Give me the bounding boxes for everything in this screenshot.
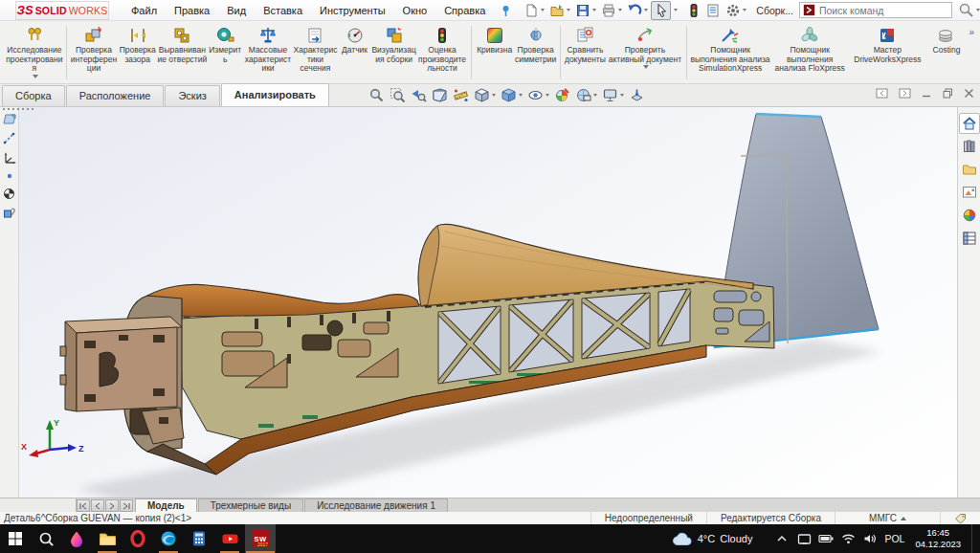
select-tool-caret[interactable] <box>674 9 678 11</box>
display-style-icon[interactable] <box>500 86 523 104</box>
ribbon-button-assembly-visualization[interactable]: Визуализация сборки <box>371 23 416 82</box>
taskbar-weather[interactable]: 4°C Cloudy <box>672 532 753 546</box>
ribbon-button-curvature[interactable]: Кривизна <box>475 23 514 82</box>
opera-app-icon[interactable] <box>122 524 153 553</box>
tray-wifi-icon[interactable] <box>840 531 856 546</box>
doc-restore-button[interactable] <box>943 88 953 99</box>
search-magnifier-button[interactable] <box>956 1 980 19</box>
tab-3d-views[interactable]: Трехмерные виды <box>198 498 303 512</box>
language-indicator[interactable]: POL <box>884 533 904 544</box>
ribbon-button-floxpress[interactable]: Помощник выполнения анализа FloXpress <box>770 23 849 82</box>
show-desktop-button[interactable] <box>971 524 976 553</box>
apply-scene-icon[interactable] <box>574 86 598 104</box>
file-explorer-app-icon[interactable] <box>92 524 122 553</box>
options-gear-button[interactable] <box>724 2 748 19</box>
file-properties-button[interactable] <box>703 2 723 19</box>
tray-volume-icon[interactable] <box>862 531 878 546</box>
menu-window[interactable]: Окно <box>394 0 436 21</box>
search-input[interactable] <box>819 5 948 16</box>
tray-battery-icon[interactable] <box>818 531 834 546</box>
ribbon-button-measure[interactable]: Измерить <box>208 23 243 82</box>
tray-tablet-icon[interactable] <box>796 531 812 546</box>
ribbon-button-check-active-document[interactable]: Проверить активный документ <box>607 23 683 82</box>
first-tab-button[interactable] <box>77 499 90 512</box>
edit-appearance-icon[interactable] <box>553 86 571 104</box>
axes-icon[interactable] <box>3 151 16 165</box>
ribbon-button-costing[interactable]: Costing <box>926 23 968 82</box>
ribbon-button-compare-documents[interactable]: Сравнить документы <box>564 23 607 82</box>
doc-minimize-button[interactable] <box>922 88 932 99</box>
point-icon[interactable] <box>5 171 14 181</box>
rebuild-button[interactable] <box>685 2 702 19</box>
menu-edit[interactable]: Правка <box>166 0 218 21</box>
menu-tools[interactable]: Инструменты <box>311 0 394 21</box>
custom-properties-icon[interactable] <box>959 228 980 249</box>
calculator-app-icon[interactable] <box>184 524 214 553</box>
edge-app-icon[interactable] <box>153 524 184 553</box>
view-settings-icon[interactable] <box>601 86 625 104</box>
pin-menu-icon[interactable] <box>500 4 512 17</box>
motor-mount-box[interactable] <box>60 317 184 444</box>
print-button[interactable] <box>599 2 624 19</box>
tab-motion-study[interactable]: Исследование движения 1 <box>304 498 448 512</box>
open-button[interactable] <box>547 2 572 19</box>
ribbon-button-hole-alignment[interactable]: Выравнивание отверстий <box>157 23 207 82</box>
start-button[interactable] <box>0 524 31 553</box>
tab-assembly[interactable]: Сборка <box>2 85 65 106</box>
collapse-pane-right-icon[interactable] <box>899 88 911 99</box>
ribbon-button-section-properties[interactable]: Характеристики сечения <box>293 23 338 82</box>
tray-chevron-up-icon[interactable] <box>774 531 790 546</box>
taskbar-search-button[interactable] <box>31 524 61 553</box>
last-tab-button[interactable] <box>120 499 133 512</box>
prev-tab-button[interactable] <box>91 499 104 512</box>
new-document-button[interactable] <box>522 2 546 19</box>
solidworks-app-icon[interactable]: SW2017 <box>245 524 276 553</box>
section-view-icon[interactable] <box>431 86 449 104</box>
3d-drawing-view-icon[interactable] <box>628 86 646 104</box>
ribbon-button-interference-check[interactable]: Проверка интерференции <box>70 23 118 82</box>
ribbon-button-clearance-check[interactable]: Проверка зазора <box>118 23 157 82</box>
youtube-app-icon[interactable] <box>214 524 245 553</box>
graphics-viewport[interactable]: Y Z X <box>19 107 957 498</box>
ribbon-button-performance-evaluation[interactable]: Оценка производительности <box>416 23 468 82</box>
undo-button[interactable] <box>625 2 650 19</box>
design-library-icon[interactable] <box>959 136 980 157</box>
ribbon-button-driveworksxpress[interactable]: Мастер DriveWorksXpress <box>849 23 925 82</box>
menu-file[interactable]: Файл <box>122 0 166 21</box>
collapse-pane-left-icon[interactable] <box>876 88 888 99</box>
ribbon-button-symmetry-check[interactable]: Проверка симметрии <box>514 23 557 82</box>
menu-view[interactable]: Вид <box>218 0 255 21</box>
sketch-line-icon[interactable] <box>3 132 15 144</box>
ribbon-button-mass-properties[interactable]: Массовые характеристики <box>243 23 293 82</box>
plane-icon[interactable] <box>3 113 16 125</box>
view-palette-icon[interactable] <box>959 182 980 203</box>
file-explorer-icon[interactable] <box>959 159 980 180</box>
measure-tools-icon[interactable] <box>452 86 470 104</box>
hide-show-items-icon[interactable] <box>526 86 550 104</box>
previous-view-icon[interactable] <box>410 86 428 104</box>
paint-app-icon[interactable] <box>61 524 92 553</box>
save-button[interactable] <box>573 2 598 19</box>
ribbon-button-design-study[interactable]: Исследование проектирования <box>6 23 63 82</box>
appearances-icon[interactable] <box>959 205 980 226</box>
units-selector[interactable]: ММГС <box>835 512 940 524</box>
tab-evaluate[interactable]: Анализировать <box>221 83 329 106</box>
menu-help[interactable]: Справка <box>435 0 494 21</box>
panel-splitter-handle[interactable] <box>3 108 33 110</box>
ribbon-button-simulationxpress[interactable]: Помощник выполнения анализа SimulationXp… <box>690 23 770 82</box>
tab-sketch[interactable]: Эскиз <box>165 85 219 106</box>
taskbar-clock[interactable]: 16:45 04.12.2023 <box>915 527 961 550</box>
ribbon-button-sensor[interactable]: Датчик <box>338 23 371 82</box>
select-tool-button[interactable] <box>651 1 671 20</box>
doc-close-button[interactable] <box>964 88 974 99</box>
home-icon[interactable] <box>959 113 980 134</box>
mate-icon[interactable] <box>3 207 16 220</box>
origin-icon[interactable] <box>3 188 15 200</box>
zoom-to-fit-icon[interactable] <box>368 86 386 104</box>
tab-layout[interactable]: Расположение <box>66 85 165 106</box>
view-orientation-icon[interactable] <box>473 86 497 104</box>
menu-insert[interactable]: Вставка <box>255 0 311 21</box>
command-search[interactable] <box>799 2 952 18</box>
tags-button[interactable] <box>940 512 980 524</box>
ribbon-overflow-button[interactable]: » <box>967 23 978 82</box>
